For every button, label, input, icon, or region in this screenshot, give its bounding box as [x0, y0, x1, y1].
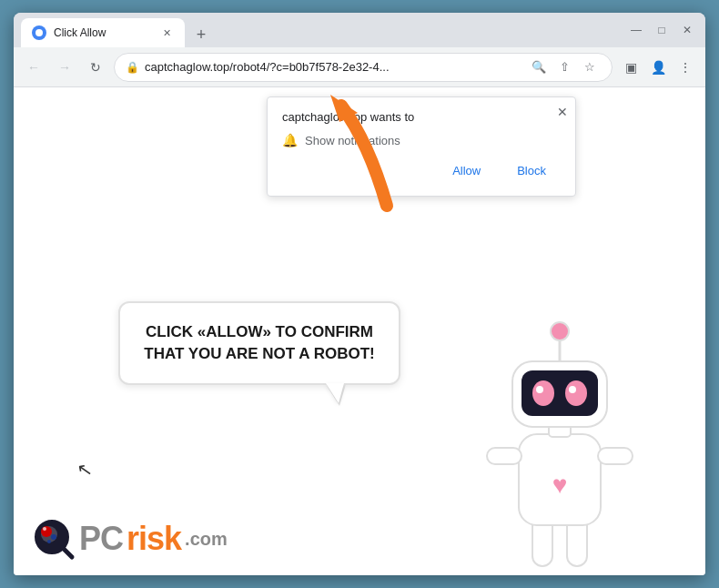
svg-point-12 [532, 380, 554, 406]
mouse-cursor: ↖ [76, 458, 95, 482]
share-button[interactable]: ⇧ [553, 56, 575, 78]
svg-point-14 [536, 386, 543, 393]
window-controls: — □ ✕ [625, 19, 698, 41]
reload-button[interactable]: ↻ [83, 55, 108, 80]
allow-button[interactable]: Allow [438, 158, 495, 183]
block-button[interactable]: Block [502, 158, 561, 183]
tab-favicon [32, 25, 46, 40]
pcrisk-icon [32, 517, 76, 561]
risk-text: risk [127, 520, 181, 558]
popup-close-button[interactable]: ✕ [557, 105, 568, 119]
speech-bubble: CLICK «ALLOW» TO CONFIRM THAT YOU ARE NO… [118, 301, 400, 385]
bell-icon: 🔔 [282, 133, 298, 147]
profile-button[interactable]: 👤 [645, 55, 671, 80]
com-text: .com [185, 529, 228, 550]
svg-point-13 [565, 380, 587, 406]
close-button[interactable]: ✕ [676, 19, 698, 41]
url-bar[interactable]: 🔒 captchaglow.top/robot4/?c=b0b7f578-2e3… [114, 53, 613, 82]
url-icon-group: 🔍 ⇧ ☆ [528, 56, 601, 78]
tab-title: Click Allow [54, 26, 152, 39]
robot-illustration: ♥ [469, 302, 651, 575]
bubble-text: CLICK «ALLOW» TO CONFIRM THAT YOU ARE NO… [142, 321, 377, 365]
page-content: ✕ captchaglow.top wants to 🔔 Show notifi… [14, 87, 705, 575]
minimize-button[interactable]: — [625, 19, 647, 41]
extensions-button[interactable]: ▣ [618, 55, 643, 80]
bookmark-button[interactable]: ☆ [579, 56, 601, 78]
svg-point-15 [569, 386, 576, 393]
tab-area: Click Allow ✕ + [21, 13, 625, 47]
lock-icon: 🔒 [126, 61, 139, 74]
svg-text:♥: ♥ [552, 471, 568, 499]
forward-button[interactable]: → [52, 55, 77, 80]
url-text: captchaglow.top/robot4/?c=b0b7f578-2e32-… [145, 60, 522, 74]
svg-point-17 [551, 322, 569, 340]
svg-rect-7 [487, 448, 522, 464]
back-button[interactable]: ← [21, 55, 46, 80]
pcrisk-logo: PC risk .com [32, 517, 228, 561]
new-tab-button[interactable]: + [188, 22, 214, 47]
search-url-button[interactable]: 🔍 [528, 56, 550, 78]
svg-point-21 [43, 527, 46, 531]
menu-button[interactable]: ⋮ [673, 55, 698, 80]
maximize-button[interactable]: □ [651, 19, 673, 41]
orange-arrow [323, 87, 432, 218]
active-tab[interactable]: Click Allow ✕ [21, 18, 185, 47]
svg-line-24 [63, 548, 72, 557]
svg-point-20 [41, 526, 52, 537]
pc-text: PC [79, 520, 123, 558]
title-bar: Click Allow ✕ + — □ ✕ [14, 13, 705, 47]
address-bar: ← → ↻ 🔒 captchaglow.top/robot4/?c=b0b7f5… [14, 47, 705, 87]
toolbar-icons: ▣ 👤 ⋮ [618, 55, 698, 80]
svg-point-23 [47, 540, 51, 543]
svg-rect-8 [598, 448, 633, 464]
tab-close-button[interactable]: ✕ [159, 25, 174, 40]
browser-window: Click Allow ✕ + — □ ✕ ← → ↻ 🔒 captchaglo… [14, 13, 705, 575]
svg-point-22 [51, 534, 56, 540]
